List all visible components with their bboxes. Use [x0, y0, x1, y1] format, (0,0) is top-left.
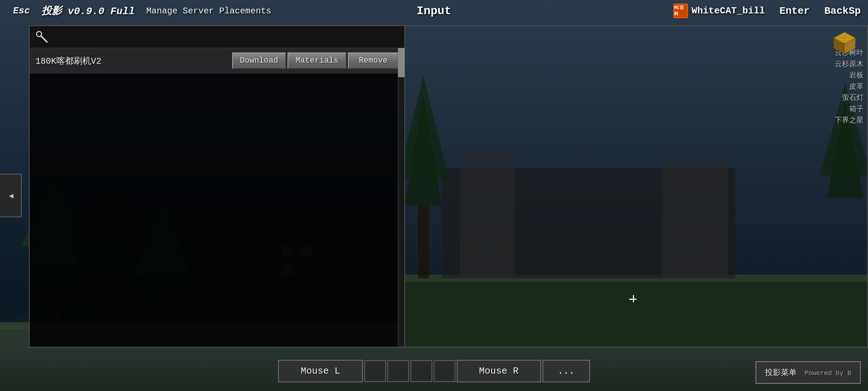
material-item-5: 箱子 [813, 104, 864, 114]
item-buttons: Download Materials Remove [232, 52, 399, 69]
hotbar-slot-3 [410, 360, 432, 382]
material-item-3: 皮革 [813, 81, 864, 91]
hotbar-slot-4 [434, 360, 455, 382]
preview-panel: 云杉树叶 云杉原木 岩板 皮革 萤石灯 箱子 下界之星 [405, 25, 868, 348]
mouse-l-button[interactable]: Mouse L [278, 360, 362, 382]
input-label: Input [417, 4, 451, 18]
svg-rect-51 [418, 205, 429, 278]
list-item: 180K喀都刷机V2 Download Materials Remove [30, 48, 404, 73]
download-button[interactable]: Download [232, 52, 286, 69]
scrollbar-thumb[interactable] [398, 48, 404, 77]
svg-rect-48 [662, 157, 728, 278]
top-bar-right: MC百科 WhiteCAT_bill Enter BackSp [673, 4, 861, 18]
search-bar [30, 26, 404, 48]
mc-badge: MC百科 [673, 4, 688, 18]
top-bar-left: Esc 投影 v0.9.0 Full Manage Server Placeme… [7, 1, 277, 21]
svg-line-34 [41, 36, 47, 42]
material-item-1: 云杉原木 [813, 59, 864, 69]
projector-menu-button[interactable]: 投影菜单 Powered by B [756, 361, 861, 384]
bottom-bar: Mouse L Mouse R ... [0, 351, 868, 391]
scrollbar[interactable] [398, 48, 404, 347]
main-content: 180K喀都刷机V2 Download Materials Remove [29, 25, 868, 348]
left-sidebar-tab[interactable]: ◀ [0, 174, 22, 217]
username-label: WhiteCAT_bill [692, 5, 765, 16]
credits-label: Powered by B [804, 370, 851, 377]
minecraft-block-icon [833, 31, 856, 55]
hotbar-slot-2 [387, 360, 409, 382]
remove-button[interactable]: Remove [348, 52, 399, 69]
backsp-button[interactable]: BackSp [824, 5, 861, 17]
material-item-6: 下界之星 [813, 115, 864, 125]
esc-button[interactable]: Esc [7, 3, 36, 19]
enter-button[interactable]: Enter [779, 5, 810, 17]
hotbar: Mouse L Mouse R ... [278, 360, 590, 382]
manage-server-button[interactable]: Manage Server Placements [140, 3, 277, 19]
search-icon [35, 30, 48, 43]
top-bar: Esc 投影 v0.9.0 Full Manage Server Placeme… [0, 0, 868, 22]
materials-list: 云杉树叶 云杉原木 岩板 皮革 萤石灯 箱子 下界之星 [809, 44, 867, 347]
schematic-list: 180K喀都刷机V2 Download Materials Remove [30, 48, 404, 347]
dots-button[interactable]: ... [542, 360, 590, 382]
preview-svg [405, 26, 867, 347]
projector-menu-label: 投影菜单 [765, 369, 797, 378]
block-icon-container [833, 31, 856, 57]
svg-rect-47 [460, 150, 515, 278]
wrench-icon-svg [35, 30, 48, 43]
material-item-2: 岩板 [813, 70, 864, 80]
schematic-item-name: 180K喀都刷机V2 [35, 55, 232, 67]
schematic-panel: 180K喀都刷机V2 Download Materials Remove [29, 25, 405, 348]
svg-rect-44 [405, 278, 867, 347]
preview-world [405, 26, 867, 347]
top-bar-center: Input [417, 4, 451, 18]
material-item-4: 萤石灯 [813, 93, 864, 102]
mouse-r-button[interactable]: Mouse R [457, 360, 541, 382]
materials-button[interactable]: Materials [288, 52, 346, 69]
hotbar-slot-1 [364, 360, 386, 382]
version-label: 投影 v0.9.0 Full [36, 1, 141, 21]
